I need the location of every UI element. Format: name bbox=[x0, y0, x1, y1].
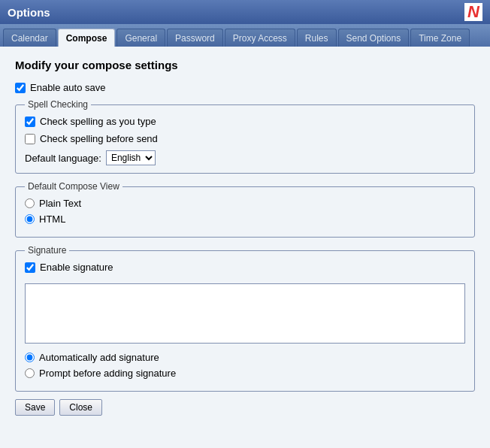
tab-send-options[interactable]: Send Options bbox=[338, 29, 410, 47]
enable-signature-checkbox[interactable] bbox=[25, 262, 35, 273]
compose-view-legend: Default Compose View bbox=[25, 181, 122, 192]
check-before-send-checkbox[interactable] bbox=[25, 134, 35, 144]
default-language-label: Default language: bbox=[25, 153, 101, 164]
page-heading: Modify your compose settings bbox=[15, 59, 475, 71]
html-label: HTML bbox=[39, 213, 65, 225]
html-row: HTML bbox=[25, 213, 465, 225]
spell-checking-legend: Spell Checking bbox=[25, 99, 91, 110]
check-as-you-type-row: Check spelling as you type bbox=[25, 116, 465, 127]
tab-time-zone[interactable]: Time Zone bbox=[410, 29, 470, 47]
tab-calendar[interactable]: Calendar bbox=[3, 29, 56, 47]
html-radio[interactable] bbox=[25, 214, 35, 224]
plain-text-radio[interactable] bbox=[25, 198, 35, 208]
auto-add-row: Automatically add signature bbox=[25, 352, 465, 363]
auto-add-label: Automatically add signature bbox=[39, 352, 159, 363]
prompt-before-radio[interactable] bbox=[25, 368, 35, 378]
tab-proxy-access[interactable]: Proxy Access bbox=[225, 29, 295, 47]
tab-general[interactable]: General bbox=[116, 29, 165, 47]
check-before-send-label: Check spelling before send bbox=[40, 133, 158, 144]
compose-view-fieldset: Default Compose View Plain Text HTML bbox=[15, 181, 475, 238]
prompt-before-label: Prompt before adding signature bbox=[39, 368, 176, 379]
enable-auto-save-row: Enable auto save bbox=[15, 82, 475, 93]
plain-text-label: Plain Text bbox=[39, 198, 81, 209]
title-bar: Options N bbox=[0, 0, 490, 24]
enable-signature-row: Enable signature bbox=[25, 262, 465, 273]
tab-rules[interactable]: Rules bbox=[297, 29, 337, 47]
close-button[interactable]: Close bbox=[59, 399, 102, 416]
signature-fieldset: Signature Enable signature Automatically… bbox=[15, 245, 475, 392]
enable-auto-save-label: Enable auto save bbox=[30, 82, 105, 93]
auto-add-radio[interactable] bbox=[25, 353, 35, 362]
plain-text-row: Plain Text bbox=[25, 198, 465, 209]
main-content: Modify your compose settings Enable auto… bbox=[0, 47, 490, 448]
check-as-you-type-label: Check spelling as you type bbox=[40, 116, 156, 127]
title-logo: N bbox=[464, 3, 482, 21]
tab-password[interactable]: Password bbox=[167, 29, 223, 47]
check-before-send-row: Check spelling before send bbox=[25, 133, 465, 144]
footer-buttons: Save Close bbox=[15, 399, 475, 416]
signature-legend: Signature bbox=[25, 245, 69, 256]
tab-bar: Calendar Compose General Password Proxy … bbox=[0, 24, 490, 47]
prompt-before-row: Prompt before adding signature bbox=[25, 368, 465, 379]
spell-checking-fieldset: Spell Checking Check spelling as you typ… bbox=[15, 99, 475, 174]
save-button[interactable]: Save bbox=[15, 399, 55, 416]
check-as-you-type-checkbox[interactable] bbox=[25, 117, 35, 127]
title-text: Options bbox=[8, 6, 50, 19]
signature-textarea[interactable] bbox=[25, 283, 465, 344]
enable-auto-save-checkbox[interactable] bbox=[15, 83, 26, 93]
language-row: Default language: English bbox=[25, 150, 465, 165]
language-select[interactable]: English bbox=[106, 150, 156, 165]
tab-compose[interactable]: Compose bbox=[58, 29, 116, 47]
enable-signature-label: Enable signature bbox=[40, 262, 113, 273]
